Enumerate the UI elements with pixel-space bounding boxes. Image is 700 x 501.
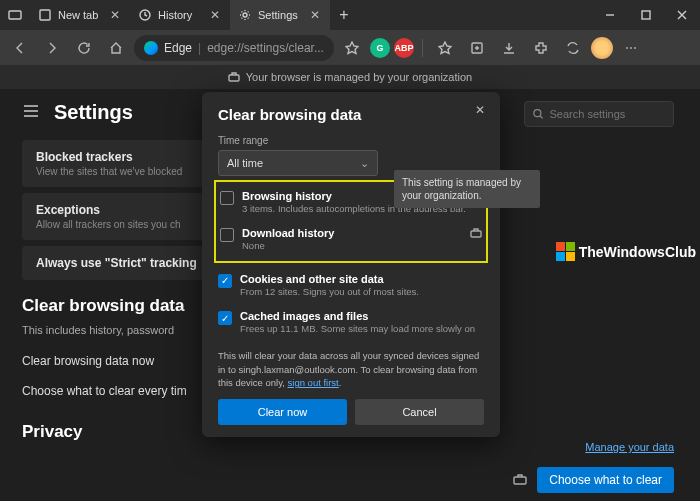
tab-label: New tab bbox=[58, 9, 102, 21]
tab-label: History bbox=[158, 9, 202, 21]
dialog-title: Clear browsing data bbox=[218, 106, 484, 123]
checkbox[interactable] bbox=[220, 191, 234, 205]
svg-rect-1 bbox=[40, 10, 50, 20]
clear-browsing-data-dialog: ✕ Clear browsing data Time range All tim… bbox=[202, 92, 500, 437]
search-settings[interactable] bbox=[524, 101, 674, 127]
svg-point-7 bbox=[534, 110, 541, 117]
favorite-button[interactable] bbox=[338, 34, 366, 62]
home-button[interactable] bbox=[102, 34, 130, 62]
profile-avatar[interactable] bbox=[591, 37, 613, 59]
managed-tooltip: This setting is managed by your organiza… bbox=[394, 170, 540, 208]
checkbox[interactable]: ✓ bbox=[218, 311, 232, 325]
checkbox[interactable]: ✓ bbox=[218, 274, 232, 288]
newtab-icon bbox=[38, 8, 52, 22]
gear-icon bbox=[238, 8, 252, 22]
svg-rect-11 bbox=[471, 231, 481, 237]
svg-rect-0 bbox=[9, 11, 21, 19]
tab-actions-icon[interactable] bbox=[0, 0, 30, 30]
close-button[interactable] bbox=[664, 0, 700, 30]
titlebar: New tab ✕ History ✕ Settings ✕ + bbox=[0, 0, 700, 30]
search-input[interactable] bbox=[550, 108, 666, 120]
new-tab-button[interactable]: + bbox=[330, 0, 358, 30]
extension-abp[interactable]: ABP bbox=[394, 38, 414, 58]
minimize-button[interactable] bbox=[592, 0, 628, 30]
sign-out-link[interactable]: sign out first bbox=[288, 377, 339, 388]
check-cookies[interactable]: ✓ Cookies and other site data From 12 si… bbox=[218, 267, 484, 304]
dialog-close-button[interactable]: ✕ bbox=[470, 100, 490, 120]
cancel-button[interactable]: Cancel bbox=[355, 399, 484, 425]
svg-rect-4 bbox=[642, 11, 650, 19]
back-button[interactable] bbox=[6, 34, 34, 62]
extensions-icon[interactable] bbox=[527, 34, 555, 62]
maximize-button[interactable] bbox=[628, 0, 664, 30]
svg-rect-6 bbox=[229, 75, 239, 81]
chevron-down-icon: ⌄ bbox=[360, 157, 369, 170]
menu-icon[interactable] bbox=[22, 102, 40, 123]
tab-history[interactable]: History ✕ bbox=[130, 0, 230, 30]
downloads-icon[interactable] bbox=[495, 34, 523, 62]
edge-icon bbox=[144, 41, 158, 55]
check-download-history[interactable]: Download history None bbox=[220, 221, 482, 258]
page-title: Settings bbox=[54, 101, 133, 124]
briefcase-icon bbox=[513, 473, 527, 487]
watermark: TheWindowsClub bbox=[556, 242, 696, 261]
time-range-label: Time range bbox=[218, 135, 484, 146]
toolbar: Edge | edge://settings/clear... G ABP ⋯ bbox=[0, 30, 700, 65]
collections-icon[interactable] bbox=[463, 34, 491, 62]
extension-grammarly[interactable]: G bbox=[370, 38, 390, 58]
address-bar[interactable]: Edge | edge://settings/clear... bbox=[134, 35, 334, 61]
org-banner: Your browser is managed by your organiza… bbox=[0, 65, 700, 89]
close-icon[interactable]: ✕ bbox=[308, 8, 322, 22]
close-icon[interactable]: ✕ bbox=[208, 8, 222, 22]
menu-button[interactable]: ⋯ bbox=[617, 34, 645, 62]
checkbox[interactable] bbox=[220, 228, 234, 242]
url-text: edge://settings/clear... bbox=[207, 41, 324, 55]
tab-label: Settings bbox=[258, 9, 302, 21]
time-range-select[interactable]: All time ⌄ bbox=[218, 150, 378, 176]
favorites-icon[interactable] bbox=[431, 34, 459, 62]
search-icon bbox=[533, 108, 544, 120]
check-cached[interactable]: ✓ Cached images and files Frees up 11.1 … bbox=[218, 304, 484, 341]
tab-newtab[interactable]: New tab ✕ bbox=[30, 0, 130, 30]
brand-text: Edge bbox=[164, 41, 192, 55]
svg-point-3 bbox=[243, 13, 247, 17]
manage-data-link[interactable]: Manage your data bbox=[585, 441, 674, 453]
briefcase-icon bbox=[470, 227, 482, 239]
tab-settings[interactable]: Settings ✕ bbox=[230, 0, 330, 30]
org-banner-text: Your browser is managed by your organiza… bbox=[246, 71, 472, 83]
choose-what-to-clear-button[interactable]: Choose what to clear bbox=[537, 467, 674, 493]
history-icon bbox=[138, 8, 152, 22]
svg-rect-8 bbox=[514, 477, 526, 484]
sync-icon[interactable] bbox=[559, 34, 587, 62]
briefcase-icon bbox=[228, 71, 240, 83]
dialog-note: This will clear your data across all you… bbox=[218, 349, 484, 389]
clear-now-button[interactable]: Clear now bbox=[218, 399, 347, 425]
refresh-button[interactable] bbox=[70, 34, 98, 62]
close-icon[interactable]: ✕ bbox=[108, 8, 122, 22]
forward-button[interactable] bbox=[38, 34, 66, 62]
